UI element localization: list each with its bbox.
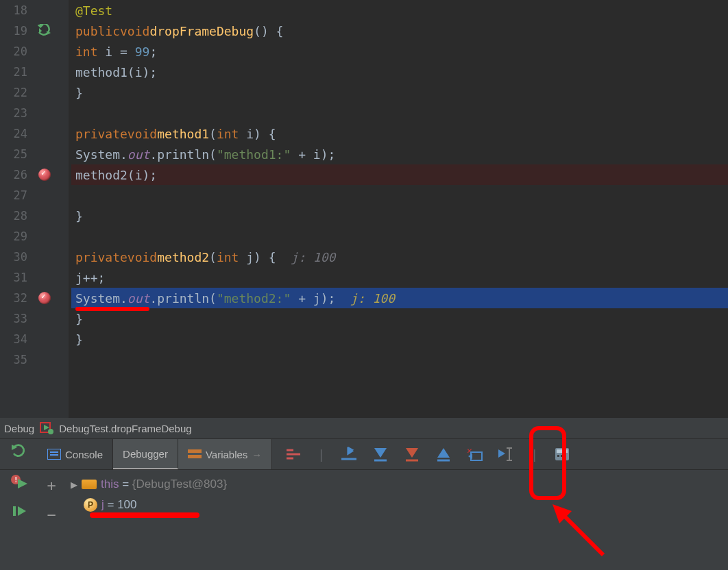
code-token: ; (149, 45, 157, 59)
code-token: dropFrameDebug (149, 24, 254, 38)
svg-rect-38 (13, 506, 16, 516)
line-number: 18 (7, 3, 27, 17)
show-execution-point-button[interactable] (284, 445, 302, 463)
code-token: @Test (75, 3, 112, 18)
drop-frame-button[interactable]: ✕ (466, 445, 484, 463)
run-to-cursor-button[interactable] (498, 445, 515, 463)
code-token: void (120, 24, 149, 38)
code-token: void (128, 127, 157, 141)
code-token: int (217, 127, 239, 141)
svg-marker-3 (44, 425, 49, 430)
code-token: private (75, 250, 128, 264)
code-token: j) { (239, 250, 291, 264)
force-step-into-button[interactable] (403, 445, 421, 463)
resume-program-button[interactable] (11, 503, 27, 519)
svg-marker-19 (406, 448, 418, 458)
step-out-button[interactable] (435, 445, 452, 463)
code-token: int (75, 45, 98, 59)
variables-panel: ! + − ▶ this = {DebugTest@803} P j = 100 (0, 469, 728, 570)
code-token: i) { (239, 127, 276, 141)
equals: = (104, 498, 117, 511)
line-number: 20 (7, 45, 27, 58)
line-number: 28 (7, 209, 27, 223)
code-token: private (75, 127, 128, 141)
annotation-arrow (548, 500, 617, 562)
svg-marker-26 (498, 449, 505, 458)
debug-toolwindow-header: Debug DebugTest.dropFrameDebug (0, 418, 728, 438)
run-config-name[interactable]: DebugTest.dropFrameDebug (59, 423, 191, 434)
svg-marker-37 (18, 479, 27, 488)
code-token: () { (254, 24, 283, 38)
editor-gutter: 18 19 20 21 22 23 24 25 26 27 28 29 30 3… (0, 0, 69, 418)
line-number: 35 (7, 353, 27, 367)
code-editor: 18 19 20 21 22 23 24 25 26 27 28 29 30 3… (0, 0, 728, 418)
evaluate-expression-button[interactable] (553, 445, 571, 463)
expand-icon[interactable]: ▶ (71, 480, 77, 490)
code-token: i = (98, 45, 135, 59)
code-token: } (75, 332, 83, 347)
code-token: } (75, 209, 83, 223)
annotation-underline (90, 512, 199, 518)
line-number: 34 (7, 332, 27, 346)
variable-name: this (101, 478, 119, 491)
code-token: method1 (157, 127, 209, 141)
inline-value: j: 100 (291, 250, 335, 264)
line-number: 23 (7, 106, 27, 120)
tab-variables[interactable]: Variables → (178, 439, 272, 469)
code-token: .println( (149, 147, 217, 162)
tab-debugger[interactable]: Debugger (113, 439, 178, 469)
code-token: int (217, 250, 239, 264)
line-number: 22 (7, 86, 27, 99)
breakpoint-icon[interactable] (27, 292, 62, 304)
line-number: 29 (7, 230, 27, 243)
tab-label: Debugger (123, 448, 168, 460)
run-test-icon[interactable] (27, 24, 62, 38)
separator: | (529, 447, 539, 462)
svg-rect-24 (471, 452, 482, 460)
code-token: ( (209, 127, 217, 141)
code-area[interactable]: @Test public void dropFrameDebug() { int… (69, 0, 728, 418)
console-icon (47, 449, 61, 460)
tab-label: Variables (206, 449, 247, 460)
variable-value: {DebugTest@803} (132, 478, 227, 491)
object-icon (82, 480, 97, 489)
code-token: 99 (135, 45, 150, 59)
variables-tree[interactable]: ▶ this = {DebugTest@803} P j = 100 (65, 470, 728, 570)
step-over-button[interactable] (340, 445, 358, 463)
svg-rect-9 (188, 449, 202, 453)
add-watch-button[interactable]: + (47, 477, 56, 494)
inline-value: j: 100 (350, 291, 395, 306)
variable-row-this[interactable]: ▶ this = {DebugTest@803} (71, 474, 723, 495)
step-into-button[interactable] (372, 445, 389, 463)
code-token: public (75, 24, 120, 38)
code-token: out (128, 147, 150, 162)
code-token: System. (75, 291, 128, 306)
line-number: 27 (7, 188, 27, 202)
resume-with-exception-button[interactable]: ! (11, 474, 27, 491)
svg-marker-17 (374, 448, 387, 458)
line-number: 32 (7, 291, 27, 305)
svg-rect-33 (561, 455, 563, 457)
code-token: .println( (149, 291, 217, 306)
code-token: System. (75, 147, 128, 162)
line-number: 31 (7, 271, 27, 284)
code-token: } (75, 86, 83, 100)
code-token: } (75, 312, 83, 326)
code-token: "method1:" (217, 147, 291, 162)
code-token: void (128, 250, 157, 264)
code-token: out (128, 291, 150, 306)
svg-marker-21 (437, 448, 450, 458)
separator: | (316, 447, 326, 462)
tab-console[interactable]: Console (38, 439, 113, 469)
code-token: method1(i); (75, 65, 157, 79)
svg-rect-34 (564, 455, 566, 457)
remove-watch-button[interactable]: − (47, 506, 56, 523)
code-token: + i); (291, 147, 335, 162)
equals: = (119, 478, 132, 491)
rerun-button[interactable] (11, 443, 27, 460)
svg-rect-32 (557, 455, 559, 457)
svg-rect-10 (188, 455, 202, 458)
code-token: j++; (75, 271, 105, 285)
breakpoint-icon[interactable] (27, 169, 62, 181)
tab-arrow: → (252, 449, 262, 460)
